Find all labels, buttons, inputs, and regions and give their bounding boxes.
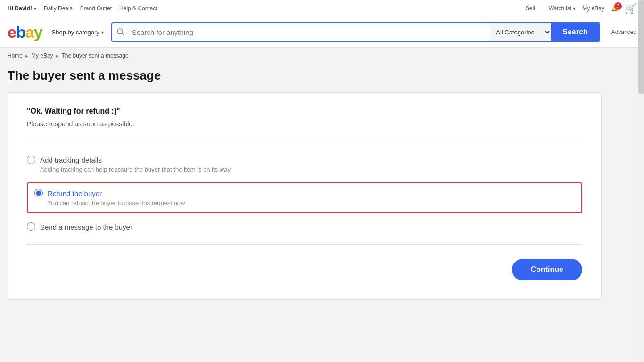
breadcrumb: Home ► My eBay ► The buyer sent a messag… xyxy=(0,48,644,64)
search-button[interactable]: Search xyxy=(551,23,599,41)
search-icon xyxy=(112,28,129,36)
ebay-logo[interactable]: ebay xyxy=(8,24,42,40)
message-sub: Please respond as soon as possible. xyxy=(27,120,582,128)
advanced-search-link[interactable]: Advanced xyxy=(611,29,636,35)
continue-button[interactable]: Continue xyxy=(512,259,582,280)
option-send-message: Send a message to the buyer xyxy=(27,222,582,231)
message-quote: "Ok. Waiting for refund :)" xyxy=(27,107,582,115)
shop-by-arrow: ▾ xyxy=(101,30,104,35)
search-input[interactable] xyxy=(129,28,490,36)
main-card: "Ok. Waiting for refund :)" Please respo… xyxy=(8,92,602,300)
help-contact-link[interactable]: Help & Contact xyxy=(119,5,157,12)
option-refund-buyer-desc: You can refund the buyer to close this r… xyxy=(48,199,575,206)
svg-point-0 xyxy=(117,29,123,34)
breadcrumb-arrow-1: ► xyxy=(25,53,29,58)
shop-by-category[interactable]: Shop by category ▾ xyxy=(52,29,104,36)
option-add-tracking-row: Add tracking details xyxy=(27,156,582,164)
notification-bell[interactable]: 🔔 3 xyxy=(611,5,618,12)
top-nav: Hi David! ▾ Daily Deals Brand Outlet Hel… xyxy=(0,0,644,17)
option-add-tracking-desc: Adding tracking can help reassure the bu… xyxy=(40,166,582,173)
option-refund-buyer: Refund the buyer You can refund the buye… xyxy=(27,182,582,213)
logo-b: b xyxy=(16,23,25,41)
top-nav-left: Hi David! ▾ Daily Deals Brand Outlet Hel… xyxy=(8,5,157,12)
breadcrumb-current: The buyer sent a message xyxy=(62,52,129,59)
brand-outlet-link[interactable]: Brand Outlet xyxy=(80,5,112,12)
watchlist-link[interactable]: Watchlist ▾ xyxy=(549,5,576,12)
breadcrumb-home[interactable]: Home xyxy=(8,52,23,59)
my-ebay-link[interactable]: My eBay xyxy=(582,5,604,12)
logo-a: a xyxy=(25,23,34,41)
svg-line-1 xyxy=(122,33,124,36)
option-group: Add tracking details Adding tracking can… xyxy=(27,156,582,231)
continue-btn-wrap: Continue xyxy=(27,259,582,280)
scrollbar-thumb[interactable] xyxy=(638,0,644,94)
cart-icon[interactable]: 🛒 xyxy=(625,3,636,14)
sell-link[interactable]: Sell xyxy=(526,5,535,12)
option-add-tracking-label: Add tracking details xyxy=(40,156,102,164)
radio-send-message[interactable] xyxy=(27,222,35,231)
radio-add-tracking[interactable] xyxy=(27,156,35,164)
category-select[interactable]: All Categories xyxy=(490,23,551,41)
main-header: ebay Shop by category ▾ All Categories S… xyxy=(0,17,644,48)
option-send-message-label: Send a message to the buyer xyxy=(40,223,132,231)
page-title: The buyer sent a message xyxy=(8,68,636,83)
scrollbar-track[interactable] xyxy=(638,0,644,314)
radio-refund-buyer[interactable] xyxy=(34,189,43,197)
divider xyxy=(542,5,542,12)
breadcrumb-arrow-2: ► xyxy=(55,53,60,58)
notification-badge: 3 xyxy=(614,2,622,10)
option-refund-buyer-row: Refund the buyer xyxy=(34,189,575,197)
option-refund-buyer-label[interactable]: Refund the buyer xyxy=(48,189,102,197)
user-dropdown-arrow: ▾ xyxy=(34,6,36,11)
divider-line-top xyxy=(27,142,582,142)
daily-deals-link[interactable]: Daily Deals xyxy=(44,5,73,12)
breadcrumb-my-ebay[interactable]: My eBay xyxy=(31,52,53,59)
divider-line-bottom xyxy=(27,244,582,245)
option-add-tracking: Add tracking details Adding tracking can… xyxy=(27,156,582,173)
greeting[interactable]: Hi David! ▾ xyxy=(8,5,36,12)
page-content: The buyer sent a message "Ok. Waiting fo… xyxy=(0,64,644,314)
option-send-message-row: Send a message to the buyer xyxy=(27,222,582,231)
top-nav-right: Sell Watchlist ▾ My eBay 🔔 3 🛒 xyxy=(526,3,636,14)
logo-y: y xyxy=(34,23,42,41)
logo-e: e xyxy=(8,23,16,41)
search-bar: All Categories Search xyxy=(111,22,600,42)
